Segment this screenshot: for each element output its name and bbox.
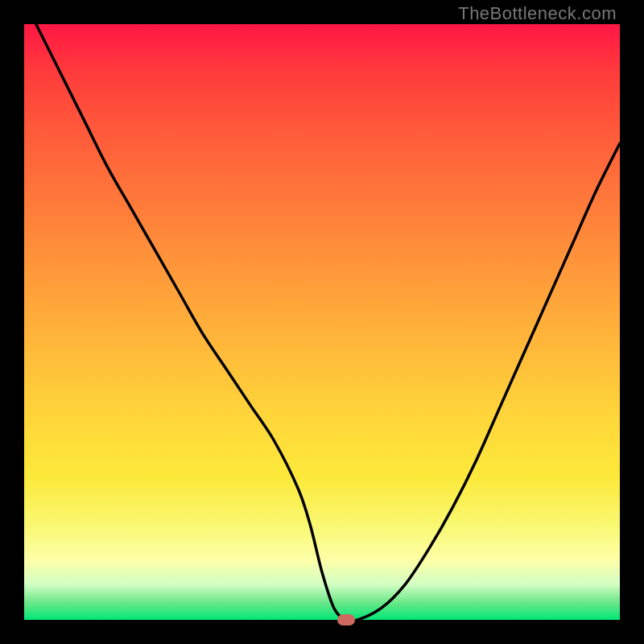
chart-frame: TheBottleneck.com — [0, 0, 644, 644]
bottleneck-curve — [24, 24, 620, 620]
watermark-text: TheBottleneck.com — [458, 3, 617, 24]
plot-area — [24, 24, 620, 620]
optimal-point-marker — [337, 614, 355, 625]
